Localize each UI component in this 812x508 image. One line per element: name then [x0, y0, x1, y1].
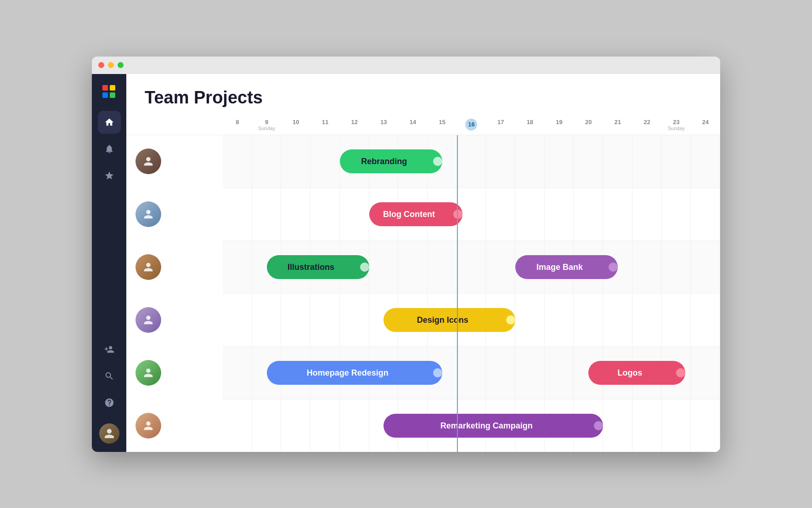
day-name-9: Sunday	[258, 126, 275, 131]
task-dot-homepage-redesign	[433, 368, 442, 377]
grid-col-6	[398, 135, 428, 452]
task-dot-remarketing-campaign	[594, 421, 603, 430]
logo-dot-green	[110, 92, 115, 98]
row-avatar-0	[135, 148, 161, 174]
day-header-8: 8	[223, 117, 252, 135]
grid-col-12	[574, 135, 603, 452]
day-header-14: 14	[398, 117, 428, 135]
logo-grid	[102, 85, 116, 99]
task-bar-homepage-redesign[interactable]: Homepage Redesign	[267, 361, 442, 385]
gantt-header: 89Sunday1011121314151617181920212223Sund…	[126, 117, 720, 135]
task-label-remarketing-campaign: Remarketing Campaign	[383, 421, 589, 431]
task-bar-logos[interactable]: Logos	[588, 361, 685, 385]
task-dot-blog-content	[453, 210, 462, 219]
task-bar-remarketing-campaign[interactable]: Remarketing Campaign	[383, 414, 603, 438]
task-dot-logos	[676, 368, 685, 377]
day-number-15: 15	[439, 119, 445, 126]
day-header-10: 10	[281, 117, 310, 135]
minimize-button[interactable]	[108, 62, 114, 68]
row-avatar-3	[135, 307, 161, 333]
sidebar-item-add-user[interactable]	[98, 338, 121, 361]
day-number-12: 12	[351, 119, 357, 126]
day-header-23: 23Sunday	[662, 117, 691, 135]
close-button[interactable]	[98, 62, 104, 68]
row-avatar-1	[135, 201, 161, 227]
avatar-face-5	[135, 413, 161, 439]
avatar-face-0	[135, 148, 161, 174]
day-number-11: 11	[322, 119, 328, 126]
day-number-16: 16	[465, 119, 477, 131]
task-label-image-bank: Image Bank	[515, 263, 604, 272]
task-bar-blog-content[interactable]: Blog Content	[369, 202, 463, 226]
task-bar-illustrations[interactable]: Illustrations	[267, 255, 369, 279]
task-bar-design-icons[interactable]: Design Icons	[383, 308, 515, 332]
grid-col-0	[223, 135, 252, 452]
day-number-8: 8	[236, 119, 239, 126]
row-avatar-4	[135, 360, 161, 386]
app-window: Team Projects 89Sunday101112131415161718…	[92, 57, 720, 452]
task-dot-rebranding	[433, 157, 442, 166]
day-header-9: 9Sunday	[252, 117, 282, 135]
grid-col-1	[252, 135, 282, 452]
avatar-face-2	[135, 254, 161, 280]
sidebar-item-home[interactable]	[98, 111, 121, 134]
day-name-23: Sunday	[668, 126, 685, 131]
avatar-row-5	[126, 400, 223, 452]
sidebar-nav	[92, 111, 126, 444]
user-avatar[interactable]	[99, 423, 119, 444]
grid-col-11	[545, 135, 574, 452]
logo-dot-yellow	[110, 85, 115, 91]
gantt-grid: RebrandingBlog ContentIllustrationsImage…	[223, 135, 720, 452]
day-header-16: 16	[457, 117, 486, 135]
sidebar-item-favorites[interactable]	[98, 164, 121, 187]
day-header-18: 18	[515, 117, 545, 135]
task-dot-illustrations	[360, 263, 369, 272]
grid-col-13	[603, 135, 632, 452]
day-number-19: 19	[556, 119, 562, 126]
bell-icon	[104, 144, 114, 154]
sidebar-item-search[interactable]	[98, 365, 121, 388]
home-icon	[104, 117, 114, 127]
grid-col-16	[691, 135, 720, 452]
avatar-row-4	[126, 347, 223, 400]
day-header-12: 12	[340, 117, 369, 135]
grid-col-3	[310, 135, 340, 452]
traffic-lights	[98, 62, 124, 68]
day-header-20: 20	[574, 117, 603, 135]
day-number-23: 23	[673, 119, 679, 126]
day-number-9: 9	[265, 119, 268, 126]
app-logo[interactable]	[100, 82, 119, 102]
user-avatar-image	[99, 423, 119, 444]
maximize-button[interactable]	[118, 62, 124, 68]
logo-dot-red	[102, 85, 108, 91]
row-avatar-5	[135, 413, 161, 439]
row-avatar-2	[135, 254, 161, 280]
logo-dot-blue	[102, 92, 108, 98]
day-number-18: 18	[527, 119, 533, 126]
grid-col-14	[632, 135, 662, 452]
day-number-22: 22	[643, 119, 650, 126]
sidebar-item-notifications[interactable]	[98, 137, 121, 160]
star-icon	[104, 171, 114, 181]
day-header-19: 19	[545, 117, 574, 135]
avatar-row-3	[126, 294, 223, 347]
day-number-14: 14	[410, 119, 416, 126]
page-title: Team Projects	[126, 88, 720, 117]
task-bar-image-bank[interactable]: Image Bank	[515, 255, 618, 279]
day-header-24: 24	[691, 117, 720, 135]
day-number-20: 20	[585, 119, 592, 126]
sidebar	[92, 74, 126, 452]
day-header-22: 22	[632, 117, 662, 135]
day-header-17: 17	[486, 117, 515, 135]
grid-col-9	[486, 135, 515, 452]
avatar-face-1	[135, 201, 161, 227]
gantt-avatars	[126, 135, 223, 452]
day-header-15: 15	[428, 117, 457, 135]
today-line	[457, 135, 458, 452]
titlebar	[92, 57, 720, 74]
day-number-21: 21	[615, 119, 621, 126]
task-bar-rebranding[interactable]: Rebranding	[340, 149, 442, 173]
sidebar-item-help[interactable]	[98, 391, 121, 414]
task-label-homepage-redesign: Homepage Redesign	[267, 368, 429, 378]
avatar-row-0	[126, 135, 223, 188]
